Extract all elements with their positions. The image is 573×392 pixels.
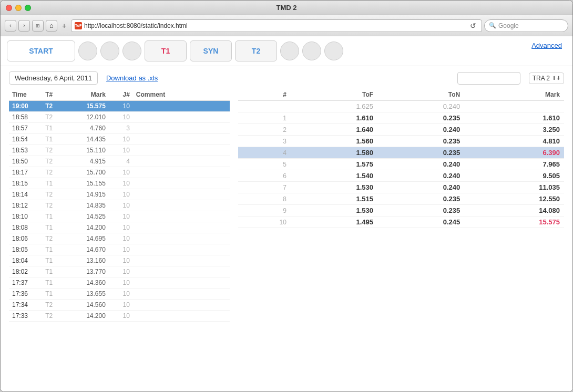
table-row[interactable]: 18:17 T2 15.700 10 bbox=[9, 167, 230, 178]
advanced-link[interactable]: Advanced bbox=[531, 42, 562, 49]
cell-j: 3 bbox=[109, 123, 133, 134]
cell-time: 18:53 bbox=[9, 145, 42, 156]
left-data-table: Time T# Mark J# Comment 19:00 T2 15.575 … bbox=[9, 89, 230, 322]
tab-start[interactable]: START bbox=[7, 40, 75, 61]
table-row[interactable]: 18:54 T1 14.435 10 bbox=[9, 134, 230, 145]
cell-tof: 1.640 bbox=[291, 124, 377, 136]
table-row[interactable]: 18:58 T2 12.010 10 bbox=[9, 112, 230, 123]
cell-j: 10 bbox=[109, 311, 133, 322]
cell-mark: 11.035 bbox=[464, 182, 564, 193]
forward-icon: › bbox=[23, 23, 25, 28]
cell-mark bbox=[464, 101, 564, 112]
table-row[interactable]: 18:02 T1 13.770 10 bbox=[9, 266, 230, 277]
cell-j: 10 bbox=[109, 233, 133, 244]
cell-tof: 1.625 bbox=[291, 101, 377, 112]
nav-circles-left bbox=[78, 42, 141, 60]
tab-t1[interactable]: T1 bbox=[145, 40, 187, 61]
table-row[interactable]: 5 1.575 0.240 7.965 bbox=[238, 159, 564, 170]
cell-j: 10 bbox=[109, 178, 133, 189]
cell-time: 18:57 bbox=[9, 123, 42, 134]
table-row[interactable]: 17:37 T1 14.360 10 bbox=[9, 277, 230, 288]
table-row[interactable]: 18:15 T1 15.155 10 bbox=[9, 178, 230, 189]
header-time: Time bbox=[9, 89, 42, 101]
url-bar[interactable]: ToF http://localhost:8080/static/index.h… bbox=[71, 19, 482, 32]
cell-comment bbox=[133, 134, 230, 145]
back-button[interactable]: ‹ bbox=[5, 20, 16, 32]
table-row[interactable]: 9 1.530 0.235 14.080 bbox=[238, 205, 564, 216]
table-row[interactable]: 18:06 T2 14.695 10 bbox=[9, 233, 230, 244]
table-row[interactable]: 18:05 T1 14.670 10 bbox=[9, 244, 230, 255]
cell-t: T2 bbox=[42, 145, 69, 156]
table-row[interactable]: 18:14 T2 14.915 10 bbox=[9, 189, 230, 200]
cell-ton: 0.235 bbox=[377, 205, 464, 216]
table-row[interactable]: 7 1.530 0.240 11.035 bbox=[238, 182, 564, 193]
left-table-body: 19:00 T2 15.575 10 18:58 T2 12.010 10 18… bbox=[9, 101, 230, 322]
nav-circle-4[interactable] bbox=[280, 42, 299, 60]
nav-circle-6[interactable] bbox=[324, 42, 343, 60]
table-row[interactable]: 18:50 T2 4.915 4 bbox=[9, 156, 230, 167]
right-table: # ToF ToN Mark 1.625 0.240 1 1.610 0.235… bbox=[238, 89, 564, 386]
table-row[interactable]: 18:10 T1 14.525 10 bbox=[9, 211, 230, 222]
table-row[interactable]: 1 1.610 0.235 1.610 bbox=[238, 112, 564, 124]
tab-syn[interactable]: SYN bbox=[190, 40, 232, 61]
home-button[interactable]: ⌂ bbox=[46, 20, 57, 32]
nav-circle-5[interactable] bbox=[302, 42, 321, 60]
nav-circle-2[interactable] bbox=[100, 42, 119, 60]
cell-mark: 14.670 bbox=[69, 244, 109, 255]
table-row[interactable]: 18:53 T2 15.110 10 bbox=[9, 145, 230, 156]
maximize-button[interactable] bbox=[25, 5, 31, 11]
cell-t: T2 bbox=[42, 167, 69, 178]
minimize-button[interactable] bbox=[15, 5, 22, 11]
cell-mark: 13.655 bbox=[69, 288, 109, 300]
tab-t2[interactable]: T2 bbox=[235, 40, 277, 61]
cell-t: T1 bbox=[42, 123, 69, 134]
reload-button[interactable]: ↺ bbox=[468, 20, 478, 31]
cell-t: T2 bbox=[42, 112, 69, 123]
table-row[interactable]: 4 1.580 0.235 6.390 bbox=[238, 147, 564, 159]
nav-circle-3[interactable] bbox=[122, 42, 141, 60]
cell-comment bbox=[133, 101, 230, 112]
cell-comment bbox=[133, 145, 230, 156]
cell-t: T2 bbox=[42, 311, 69, 322]
cell-mark: 14.200 bbox=[69, 222, 109, 233]
show-tabs-button[interactable]: ⊞ bbox=[32, 20, 44, 32]
table-row[interactable]: 10 1.495 0.245 15.575 bbox=[238, 216, 564, 228]
date-bar: Wednesday, 6 April, 2011 Download as .xl… bbox=[9, 71, 564, 85]
cell-time: 17:34 bbox=[9, 300, 42, 311]
table-row[interactable]: 17:36 T1 13.655 10 bbox=[9, 288, 230, 300]
right-table-body: 1.625 0.240 1 1.610 0.235 1.610 2 1.640 … bbox=[238, 101, 564, 228]
cell-t: T2 bbox=[42, 200, 69, 211]
cell-tof: 1.530 bbox=[291, 205, 377, 216]
table-row[interactable]: 3 1.560 0.235 4.810 bbox=[238, 136, 564, 147]
cell-num: 5 bbox=[238, 159, 291, 170]
cell-num: 8 bbox=[238, 193, 291, 205]
tra-dropdown[interactable]: TRA 2 ⬆⬇ bbox=[529, 73, 564, 84]
search-placeholder: Google bbox=[498, 22, 519, 29]
table-row[interactable]: 19:00 T2 15.575 10 bbox=[9, 101, 230, 112]
table-row[interactable]: 2 1.640 0.240 3.250 bbox=[238, 124, 564, 136]
cell-mark: 1.610 bbox=[464, 112, 564, 124]
forward-button[interactable]: › bbox=[18, 20, 30, 32]
table-row[interactable]: 6 1.540 0.240 9.505 bbox=[238, 170, 564, 182]
table-row[interactable]: 17:33 T2 14.200 10 bbox=[9, 311, 230, 322]
cell-mark: 14.525 bbox=[69, 211, 109, 222]
cell-num: 4 bbox=[238, 147, 291, 159]
search-field[interactable] bbox=[457, 72, 520, 85]
table-row[interactable]: 17:34 T2 14.560 10 bbox=[9, 300, 230, 311]
cell-comment bbox=[133, 200, 230, 211]
table-row[interactable]: 18:12 T2 14.835 10 bbox=[9, 200, 230, 211]
table-row[interactable]: 18:08 T1 14.200 10 bbox=[9, 222, 230, 233]
date-display: Wednesday, 6 April, 2011 bbox=[9, 71, 98, 85]
search-bar[interactable]: 🔍 Google bbox=[484, 19, 568, 32]
new-tab-button[interactable]: + bbox=[59, 21, 69, 30]
nav-circle-1[interactable] bbox=[78, 42, 97, 60]
cell-j: 10 bbox=[109, 167, 133, 178]
add-icon: + bbox=[62, 22, 66, 30]
right-table-header: # ToF ToN Mark bbox=[238, 89, 564, 101]
table-row[interactable]: 8 1.515 0.235 12.550 bbox=[238, 193, 564, 205]
table-row[interactable]: 18:04 T1 13.160 10 bbox=[9, 255, 230, 266]
table-row[interactable]: 18:57 T1 4.760 3 bbox=[9, 123, 230, 134]
header-mark-right: Mark bbox=[464, 89, 564, 101]
download-link[interactable]: Download as .xls bbox=[106, 74, 158, 82]
close-button[interactable] bbox=[6, 5, 12, 11]
